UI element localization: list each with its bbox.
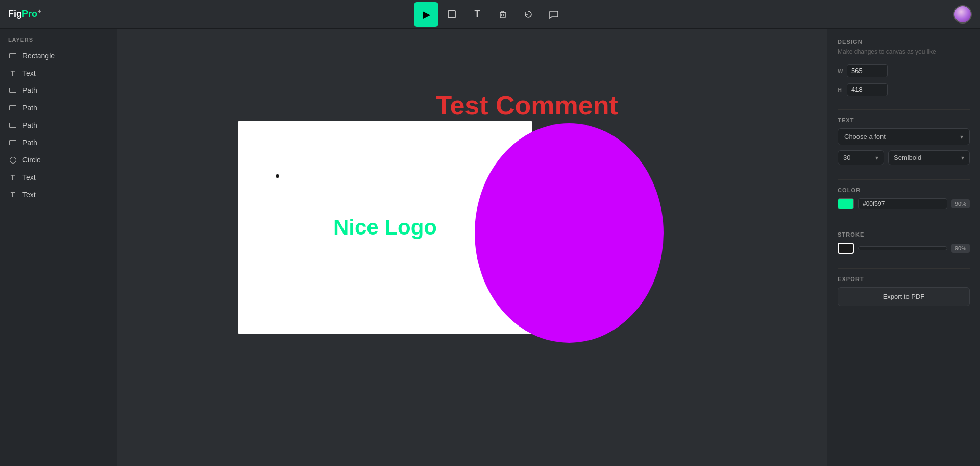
layer-item-path4[interactable]: Path: [0, 134, 117, 151]
canvas-comment: Test Comment: [436, 90, 618, 121]
layer-item-path2[interactable]: Path: [0, 99, 117, 116]
export-pdf-button[interactable]: Export to PDF: [838, 287, 970, 306]
logo-area: FigPro✦: [0, 9, 117, 19]
height-row: H: [838, 83, 970, 96]
app-logo: FigPro✦: [8, 9, 41, 19]
text-icon-1: T: [8, 68, 17, 78]
tool-text[interactable]: T: [465, 2, 489, 27]
color-hex-value: #00f597: [858, 198, 947, 209]
layer-label-circle: Circle: [22, 156, 41, 164]
tool-comment[interactable]: [542, 2, 566, 27]
divider-4: [838, 268, 970, 269]
layer-label-path3: Path: [22, 121, 37, 129]
layer-label-path4: Path: [22, 138, 37, 147]
divider-2: [838, 179, 970, 180]
layer-item-text1[interactable]: T Text: [0, 64, 117, 82]
chevron-down-icon-size: ▾: [875, 154, 878, 161]
tool-rotate[interactable]: [516, 2, 541, 27]
layer-label-text3: Text: [22, 191, 36, 199]
export-section-label: EXPORT: [838, 276, 970, 282]
font-size-picker[interactable]: 30 ▾: [838, 150, 884, 165]
canvas-circle[interactable]: [475, 123, 664, 343]
font-props-row: 30 ▾ Semibold ▾: [838, 150, 970, 165]
chevron-down-icon-weight: ▾: [961, 154, 964, 161]
layer-label-rectangle: Rectangle: [22, 52, 55, 60]
layer-item-text2[interactable]: T Text: [0, 169, 117, 186]
canvas-dot1: [276, 174, 279, 178]
text-icon-3: T: [8, 190, 17, 199]
rect-icon: [8, 51, 17, 60]
text-icon-2: T: [8, 173, 17, 182]
canvas-area[interactable]: Test Comment Nice Logo: [117, 29, 827, 466]
font-weight-picker[interactable]: Semibold ▾: [888, 150, 970, 165]
color-section-label: COLOR: [838, 187, 970, 193]
divider-3: [838, 224, 970, 224]
color-row: #00f597 90%: [838, 198, 970, 209]
path-icon-2: [8, 103, 17, 112]
toolbar: ▶ T: [414, 2, 566, 27]
tool-frame[interactable]: [439, 2, 464, 27]
avatar-area: [953, 5, 972, 24]
layer-item-circle[interactable]: Circle: [0, 151, 117, 169]
stroke-swatch[interactable]: [838, 243, 854, 254]
font-weight-value: Semibold: [894, 154, 921, 161]
stroke-section-label: STROKE: [838, 231, 970, 238]
tool-delete[interactable]: [491, 2, 515, 27]
header: FigPro✦ ▶ T: [0, 0, 980, 29]
stroke-row: 90%: [838, 243, 970, 254]
layer-item-text3[interactable]: T Text: [0, 186, 117, 203]
layer-label-text1: Text: [22, 69, 36, 77]
svg-rect-1: [500, 12, 505, 18]
font-picker[interactable]: Choose a font ▾: [838, 128, 970, 145]
text-section-label: TEXT: [838, 117, 970, 123]
layer-label-path1: Path: [22, 86, 37, 95]
width-label: W: [838, 68, 847, 74]
sidebar: Layers Rectangle T Text Path: [0, 29, 117, 466]
avatar: [953, 5, 972, 24]
path-icon-1: [8, 86, 17, 95]
width-row: W: [838, 64, 970, 77]
stroke-hex-value: [858, 246, 947, 250]
font-picker-label: Choose a font: [844, 133, 886, 141]
svg-rect-0: [448, 11, 455, 18]
layers-header: Layers: [0, 29, 117, 47]
right-panel: DESIGN Make changes to canvas as you lik…: [827, 29, 980, 466]
color-swatch[interactable]: [838, 198, 854, 209]
font-size-value: 30: [843, 154, 850, 161]
layer-item-rectangle[interactable]: Rectangle: [0, 47, 117, 64]
path-icon-3: [8, 121, 17, 130]
color-opacity-value: 90%: [951, 199, 970, 208]
divider-1: [838, 109, 970, 110]
layer-label-text2: Text: [22, 173, 36, 181]
circle-icon: [8, 155, 17, 165]
path-icon-4: [8, 138, 17, 147]
tool-select[interactable]: ▶: [414, 2, 438, 27]
width-input[interactable]: [847, 64, 888, 77]
main: Layers Rectangle T Text Path: [0, 29, 980, 466]
layer-item-path3[interactable]: Path: [0, 116, 117, 134]
chevron-down-icon: ▾: [960, 133, 963, 141]
design-subtitle: Make changes to canvas as you like: [838, 48, 970, 55]
design-section-title: DESIGN: [838, 39, 970, 45]
layer-label-path2: Path: [22, 104, 37, 112]
stroke-opacity-value: 90%: [951, 244, 970, 253]
height-input[interactable]: [847, 83, 888, 96]
height-label: H: [838, 87, 847, 93]
layer-item-path1[interactable]: Path: [0, 82, 117, 99]
